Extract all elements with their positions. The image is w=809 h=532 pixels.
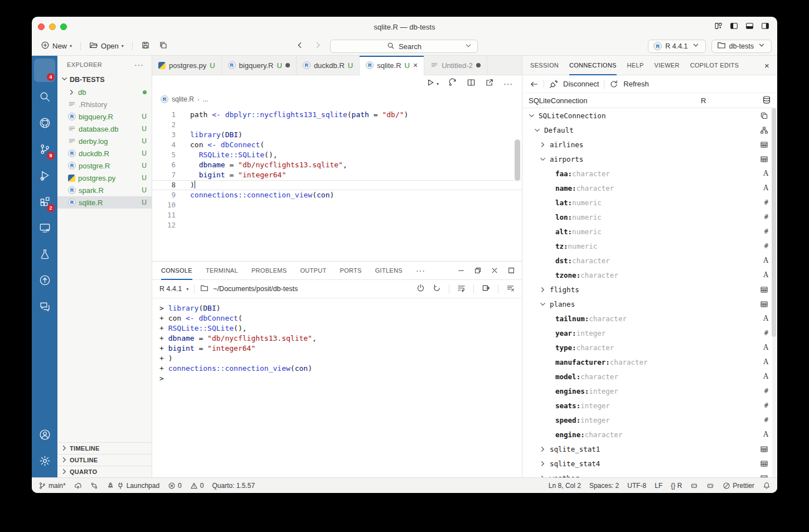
console-output[interactable]: > library(DBI)+ con <- dbConnect(+ RSQLi… xyxy=(152,298,522,477)
secondary-tab-help[interactable]: HELP xyxy=(627,56,644,75)
status-compare-changes[interactable] xyxy=(90,482,98,490)
tree-scrollbar-track[interactable] xyxy=(772,108,777,477)
status-indentation[interactable]: Spaces: 2 xyxy=(589,482,619,490)
editor-scrollbar[interactable] xyxy=(515,139,520,181)
explorer-root-folder[interactable]: DB-TESTS xyxy=(57,74,152,86)
restore-panel-icon[interactable] xyxy=(474,267,482,274)
connection-field-row[interactable]: dst : characterA xyxy=(522,253,777,268)
restart-console-icon[interactable] xyxy=(433,284,441,294)
explorer-item[interactable]: Rsqlite.RU xyxy=(57,196,152,209)
activity-item-publish[interactable] xyxy=(34,268,55,292)
connection-table-row[interactable]: Default xyxy=(522,123,777,137)
disconnect-button[interactable]: Disconnect xyxy=(563,80,599,88)
panel-tab-problems[interactable]: PROBLEMS xyxy=(251,262,287,280)
status-notifications[interactable] xyxy=(763,482,771,490)
connection-field-row[interactable]: year : integer# xyxy=(522,326,777,340)
editor-tab[interactable]: Rsqlite.RU× xyxy=(360,56,424,75)
activity-item-search[interactable] xyxy=(34,85,55,108)
explorer-item[interactable]: Rpostgre.RU xyxy=(57,159,152,172)
explorer-item[interactable]: Rbigquery.RU xyxy=(57,110,152,123)
close-tab-icon[interactable]: × xyxy=(413,61,418,70)
connection-table-row[interactable]: airlines xyxy=(522,137,777,152)
activity-item-settings[interactable] xyxy=(34,449,55,472)
save-button[interactable] xyxy=(138,39,153,53)
activity-item-explorer[interactable]: 4 xyxy=(34,59,55,82)
status-errors[interactable]: 0 xyxy=(168,482,182,490)
status-copilot-chat[interactable] xyxy=(706,482,714,490)
connection-field-row[interactable]: tailnum : characterA xyxy=(522,311,777,326)
explorer-item[interactable]: db xyxy=(57,86,152,98)
save-all-button[interactable] xyxy=(156,39,171,53)
status-cursor-position[interactable]: Ln 8, Col 2 xyxy=(549,482,581,490)
connection-table-row[interactable]: flights xyxy=(522,282,777,297)
close-panel-icon[interactable] xyxy=(491,267,498,274)
split-editor-icon[interactable] xyxy=(467,78,476,89)
connection-field-row[interactable]: tzone : characterA xyxy=(522,268,777,282)
panel-tab-ports[interactable]: PORTS xyxy=(340,262,362,280)
status-publish-changes[interactable] xyxy=(74,482,82,490)
secondary-tab-viewer[interactable]: VIEWER xyxy=(655,56,680,75)
explorer-item[interactable]: postgres.pyU xyxy=(57,172,152,184)
connection-field-row[interactable]: engines : integer# xyxy=(522,384,777,398)
explorer-item[interactable]: database.dbU xyxy=(57,123,152,135)
editor-tab[interactable]: Rbigquery.RU xyxy=(222,56,297,75)
explorer-item[interactable]: .Rhistory xyxy=(57,98,152,110)
panel-tab-terminal[interactable]: TERMINAL xyxy=(206,262,238,280)
panel-tab-output[interactable]: OUTPUT xyxy=(300,262,326,280)
status-prettier[interactable]: Prettier xyxy=(723,482,754,490)
status-copilot[interactable] xyxy=(690,482,698,490)
status-warnings[interactable]: 0 xyxy=(190,482,204,490)
connection-field-row[interactable]: model : characterA xyxy=(522,369,777,384)
connection-table-row[interactable]: weather xyxy=(522,471,777,477)
panel-tab-console[interactable]: CONSOLE xyxy=(161,262,192,280)
connection-field-row[interactable]: lat : numeric# xyxy=(522,195,777,210)
editor-tab[interactable]: Untitled-2 xyxy=(424,56,487,75)
shutdown-console-icon[interactable] xyxy=(416,284,425,294)
code-editor[interactable]: 1path <- dbplyr::nycflights131_sqlite(pa… xyxy=(152,106,522,261)
connection-field-row[interactable]: type : characterA xyxy=(522,340,777,355)
refresh-button[interactable]: Refresh xyxy=(623,80,649,88)
zoom-window-button[interactable] xyxy=(60,23,67,30)
editor-more-actions-icon[interactable]: ··· xyxy=(503,79,513,88)
activity-item-extensions[interactable]: 2 xyxy=(34,190,55,213)
explorer-item[interactable]: Rduckdb.RU xyxy=(57,147,152,159)
activity-item-github[interactable] xyxy=(34,111,55,134)
connection-table-row[interactable]: sqlite_stat4 xyxy=(522,456,777,471)
search-input[interactable]: Search xyxy=(330,40,478,53)
connection-field-row[interactable]: seats : integer# xyxy=(522,398,777,413)
status-git-branch[interactable]: main* xyxy=(38,482,66,490)
maximize-panel-icon[interactable] xyxy=(507,267,515,274)
panel-more-tabs-icon[interactable]: ··· xyxy=(416,262,425,279)
secondary-tab-connections[interactable]: CONNECTIONS xyxy=(569,56,617,75)
run-file-button[interactable]: ▾ xyxy=(426,78,439,89)
minimize-panel-icon[interactable] xyxy=(457,267,465,274)
connection-table-row[interactable]: planes xyxy=(522,297,777,311)
connection-field-row[interactable]: engine : characterA xyxy=(522,427,777,442)
status-quarto-version[interactable]: Quarto: 1.5.57 xyxy=(212,482,255,490)
navigate-back-icon[interactable] xyxy=(295,41,304,52)
connection-field-row[interactable]: tz : numeric# xyxy=(522,239,777,253)
toggle-sidebar-icon[interactable] xyxy=(730,22,738,32)
explorer-item[interactable]: Rspark.RU xyxy=(57,184,152,196)
connection-table-row[interactable]: SQLiteConnection xyxy=(522,108,777,123)
status-eol[interactable]: LF xyxy=(655,482,662,490)
secondary-tab-copilot-edits[interactable]: COPILOT EDITS xyxy=(690,56,739,75)
console-interpreter[interactable]: R 4.4.1 xyxy=(159,285,182,293)
connection-field-row[interactable]: manufacturer : characterA xyxy=(522,355,777,369)
close-window-button[interactable] xyxy=(38,23,45,30)
connection-field-row[interactable]: name : characterA xyxy=(522,181,777,195)
refresh-icon[interactable] xyxy=(609,80,618,89)
open-button[interactable]: Open ▾ xyxy=(86,39,127,53)
activity-item-account[interactable] xyxy=(34,423,55,446)
editor-tab[interactable]: Rduckdb.RU xyxy=(297,56,360,75)
editor-tab[interactable]: postgres.pyU xyxy=(152,56,222,75)
section-outline[interactable]: OUTLINE xyxy=(57,454,152,466)
project-selector[interactable]: db-tests xyxy=(711,40,772,53)
navigate-forward-icon[interactable] xyxy=(313,41,322,52)
status-encoding[interactable]: UTF-8 xyxy=(627,482,646,490)
open-in-new-window-icon[interactable] xyxy=(485,78,494,89)
source-control-graph-icon[interactable] xyxy=(448,78,457,89)
clear-console-icon[interactable] xyxy=(506,284,515,294)
activity-item-source-control[interactable]: 9 xyxy=(34,137,55,161)
activity-item-remote-explorer[interactable] xyxy=(34,216,55,239)
